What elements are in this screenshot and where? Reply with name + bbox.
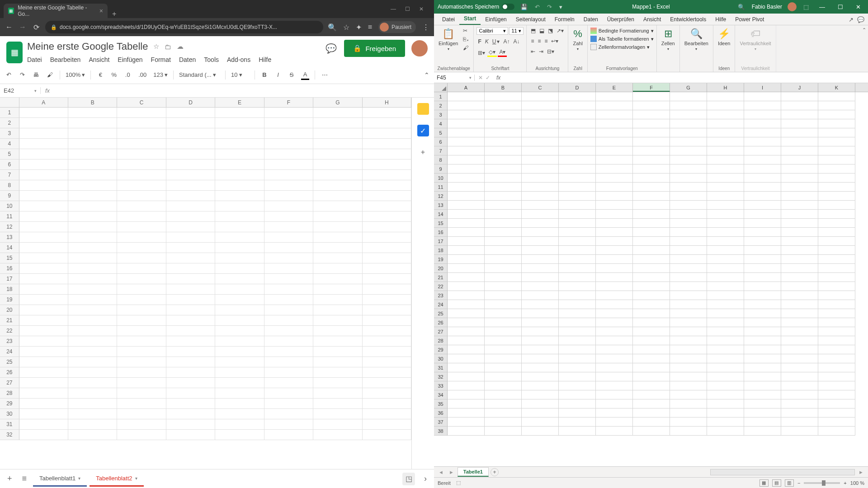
cell[interactable] (448, 101, 485, 110)
cell[interactable] (744, 336, 781, 345)
align-left-icon[interactable]: ≡ (529, 38, 535, 45)
font-family-dropdown[interactable]: Standard (...▾ (179, 71, 220, 78)
cell[interactable] (818, 183, 855, 192)
increase-decimal-button[interactable]: .00 (137, 70, 148, 79)
cell[interactable] (448, 345, 485, 354)
cell[interactable] (522, 309, 559, 318)
cell[interactable] (633, 418, 670, 427)
cell[interactable] (117, 388, 166, 399)
cell[interactable] (68, 295, 117, 305)
cell[interactable] (781, 418, 818, 427)
row-header[interactable]: 17 (434, 237, 448, 246)
row-header[interactable]: 11 (0, 211, 19, 222)
cell[interactable] (68, 409, 117, 419)
cell[interactable] (633, 183, 670, 192)
cell[interactable] (448, 318, 485, 327)
row-header[interactable]: 4 (434, 119, 448, 128)
cell[interactable] (485, 381, 522, 390)
cell[interactable] (215, 180, 264, 191)
row-header[interactable]: 6 (0, 160, 19, 170)
cell[interactable] (522, 228, 559, 237)
close-tab-icon[interactable]: × (99, 7, 103, 14)
zoom-slider[interactable] (804, 482, 840, 484)
cell[interactable] (781, 110, 818, 119)
row-header[interactable]: 3 (434, 110, 448, 119)
cell[interactable] (522, 255, 559, 264)
cell[interactable] (68, 263, 117, 274)
cell[interactable] (19, 347, 68, 357)
cell[interactable] (744, 137, 781, 146)
cell[interactable] (19, 409, 68, 419)
cell[interactable] (313, 222, 362, 232)
cell[interactable] (744, 327, 781, 336)
cell[interactable] (818, 363, 855, 372)
cell[interactable] (19, 357, 68, 367)
merge-icon[interactable]: ⊟▾ (546, 48, 556, 55)
cell[interactable] (707, 390, 744, 399)
zoom-level[interactable]: 100 % (850, 480, 864, 486)
cell[interactable] (166, 139, 215, 149)
cell[interactable] (19, 201, 68, 211)
extensions-icon[interactable]: ✦ (356, 23, 362, 32)
cell[interactable] (485, 183, 522, 192)
cell[interactable] (744, 273, 781, 282)
cell[interactable] (363, 378, 411, 388)
cell[interactable] (264, 378, 313, 388)
cell[interactable] (448, 137, 485, 146)
cell[interactable] (596, 101, 633, 110)
row-header[interactable]: 10 (0, 201, 19, 211)
cell[interactable] (264, 222, 313, 232)
cell[interactable] (448, 381, 485, 390)
cell[interactable] (117, 347, 166, 357)
keep-icon[interactable] (417, 103, 429, 115)
cell[interactable] (707, 363, 744, 372)
cell[interactable] (363, 399, 411, 409)
row-header[interactable]: 5 (0, 149, 19, 160)
cell[interactable] (68, 388, 117, 399)
cell[interactable] (448, 146, 485, 155)
cell[interactable] (596, 210, 633, 219)
cell[interactable] (68, 108, 117, 118)
cell[interactable] (264, 211, 313, 222)
cell[interactable] (707, 246, 744, 255)
cell[interactable] (485, 201, 522, 210)
cell[interactable] (744, 282, 781, 291)
cell[interactable] (707, 336, 744, 345)
cell[interactable] (264, 243, 313, 253)
cell[interactable] (166, 367, 215, 378)
cell[interactable] (448, 128, 485, 137)
cell[interactable] (596, 255, 633, 264)
cell[interactable] (166, 315, 215, 326)
cell[interactable] (559, 309, 596, 318)
cell[interactable] (166, 108, 215, 118)
cell[interactable] (215, 232, 264, 243)
cell[interactable] (596, 119, 633, 128)
cell[interactable] (68, 378, 117, 388)
cell[interactable] (707, 300, 744, 309)
paste-button[interactable]: 📋Einfügen▾ (437, 27, 460, 52)
cell[interactable] (485, 119, 522, 128)
window-maximize-icon[interactable]: ☐ (834, 4, 847, 10)
cell[interactable] (117, 139, 166, 149)
text-color-button[interactable]: A (301, 70, 309, 80)
cell[interactable] (19, 253, 68, 263)
cell[interactable] (744, 92, 781, 101)
cell[interactable] (744, 399, 781, 408)
cell[interactable] (522, 237, 559, 246)
add-sheet-icon[interactable]: + (4, 472, 16, 485)
cell[interactable] (313, 149, 362, 160)
cell[interactable] (166, 201, 215, 211)
cell[interactable] (522, 119, 559, 128)
cell[interactable] (781, 300, 818, 309)
cell[interactable] (264, 409, 313, 419)
cell[interactable] (363, 191, 411, 201)
cell[interactable] (522, 363, 559, 372)
cell[interactable] (313, 232, 362, 243)
row-header[interactable]: 14 (434, 210, 448, 219)
cell[interactable] (559, 291, 596, 300)
cell[interactable] (670, 101, 707, 110)
column-header[interactable]: B (68, 98, 117, 107)
profile-button[interactable]: Pausiert (378, 21, 416, 33)
cell[interactable] (166, 180, 215, 191)
cell[interactable] (559, 192, 596, 201)
